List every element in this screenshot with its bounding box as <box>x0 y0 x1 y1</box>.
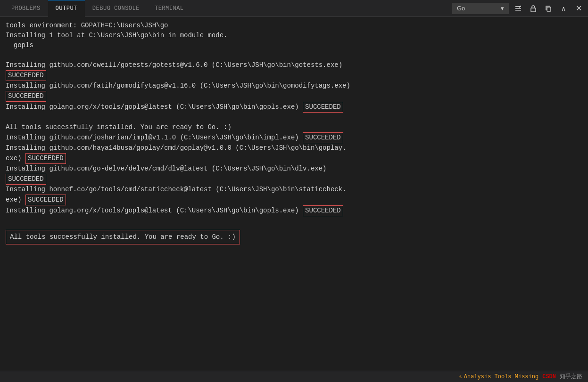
output-line-impl: Installing github.com/josharian/impl@v1.… <box>6 132 582 143</box>
final-success-container: All tools successfully installed. You ar… <box>6 226 582 244</box>
succeeded-badge-gotests: SUCCEEDED <box>6 70 46 81</box>
status-warning-text: Analysis Tools Missing <box>464 374 538 380</box>
svg-rect-4 <box>531 8 536 12</box>
output-blank-1 <box>6 50 582 60</box>
output-line-1: tools environment: GOPATH=C:\Users\JSH\g… <box>6 21 582 31</box>
lock-icon[interactable] <box>528 3 539 14</box>
svg-rect-5 <box>547 7 551 11</box>
status-bar: ⚠ Analysis Tools Missing CSDN 知乎之路 <box>0 371 588 382</box>
output-line-staticcheck2: exe) SUCCEEDED <box>6 195 582 205</box>
output-line-gomodify-success: SUCCEEDED <box>6 91 582 102</box>
output-line-goplay2: exe) SUCCEEDED <box>6 153 582 164</box>
output-line-staticcheck: Installing honnef.co/go/tools/cmd/static… <box>6 185 582 195</box>
tab-terminal[interactable]: TERMINAL <box>147 0 191 17</box>
list-icon[interactable] <box>513 3 524 14</box>
output-line-gopls1: Installing golang.org/x/tools/gopls@late… <box>6 102 582 113</box>
output-source-dropdown[interactable]: Go ▾ <box>452 3 509 14</box>
svg-rect-2 <box>515 10 521 11</box>
succeeded-badge-gopls2: SUCCEEDED <box>303 205 343 216</box>
tab-action-icons: ∧ ✕ <box>513 3 584 14</box>
svg-rect-1 <box>515 8 521 9</box>
copy-icon[interactable] <box>543 3 554 14</box>
warning-icon: ⚠ <box>459 373 462 380</box>
output-line-gomodify: Installing github.com/fatih/gomodifytags… <box>6 81 582 91</box>
succeeded-badge-dlv: SUCCEEDED <box>6 174 46 185</box>
output-line-3: gopls <box>6 41 582 50</box>
output-line-dlv: Installing github.com/go-delve/delve/cmd… <box>6 164 582 174</box>
output-line-goplay: Installing github.com/haya14busa/goplay/… <box>6 143 582 153</box>
status-warning: ⚠ Analysis Tools Missing <box>459 373 539 380</box>
tab-problems[interactable]: PROBLEMS <box>4 0 48 17</box>
output-line-2: Installing 1 tool at C:\Users\JSH\go\bin… <box>6 31 582 41</box>
succeeded-badge-gomodify: SUCCEEDED <box>6 91 46 102</box>
succeeded-badge-gopls1: SUCCEEDED <box>303 102 343 113</box>
succeeded-badge-goplay: SUCCEEDED <box>25 153 66 164</box>
chevron-down-icon: ▾ <box>501 5 504 12</box>
tab-bar: PROBLEMS OUTPUT DEBUG CONSOLE TERMINAL G… <box>0 0 588 17</box>
final-success-box: All tools successfully installed. You ar… <box>6 230 240 244</box>
output-blank-2 <box>6 113 582 122</box>
output-area: tools environment: GOPATH=C:\Users\JSH\g… <box>0 17 588 371</box>
chevron-up-icon[interactable]: ∧ <box>558 3 569 14</box>
output-line-dlv2: SUCCEEDED <box>6 174 582 185</box>
succeeded-badge-staticcheck: SUCCEEDED <box>25 195 66 205</box>
status-csdn: CSDN <box>542 374 556 380</box>
close-icon[interactable]: ✕ <box>573 3 584 14</box>
output-line-gotests: Installing github.com/cweill/gotests/got… <box>6 60 582 70</box>
output-line-all-tools-1: All tools successfully installed. You ar… <box>6 122 582 132</box>
tab-debug-console[interactable]: DEBUG CONSOLE <box>85 0 147 17</box>
succeeded-badge-impl: SUCCEEDED <box>303 132 343 143</box>
tab-output[interactable]: OUTPUT <box>48 0 85 17</box>
status-site: 知乎之路 <box>560 373 582 381</box>
output-line-gopls2: Installing golang.org/x/tools/gopls@late… <box>6 205 582 216</box>
output-line-gotests-success: SUCCEEDED <box>6 70 582 81</box>
output-blank-3 <box>6 216 582 226</box>
